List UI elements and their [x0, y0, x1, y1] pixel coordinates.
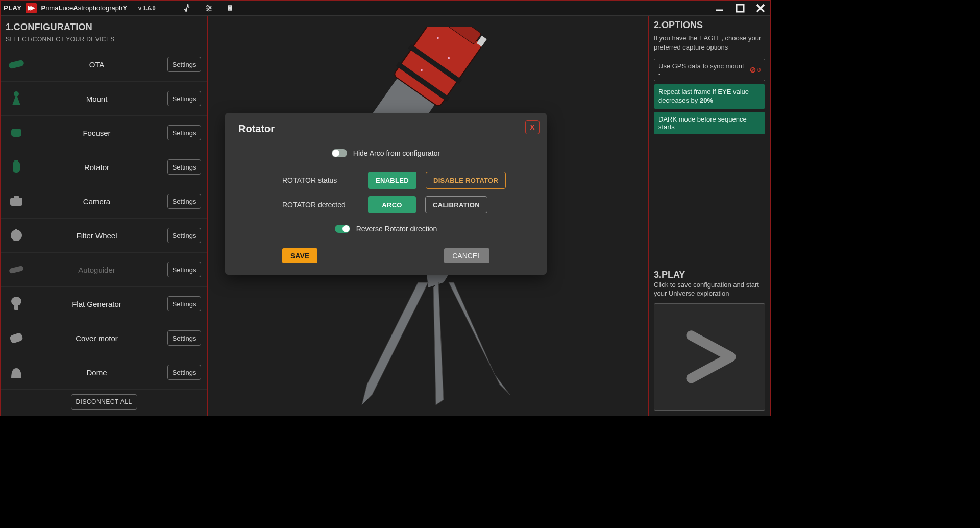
disconnect-all-button[interactable]: DISCONNECT ALL [71, 394, 137, 410]
reverse-direction-toggle[interactable] [335, 225, 350, 233]
app-window: PLAY PrimaLuceAstrophotographY v 1.6.0 [0, 0, 771, 416]
device-label: Camera [26, 197, 167, 206]
device-row-autoguider: AutoguiderSettings [1, 253, 207, 287]
device-label: Autoguider [26, 266, 167, 274]
settings-button-dome[interactable]: Settings [167, 365, 201, 380]
device-label: Mount [26, 94, 167, 103]
settings-button-rotator[interactable]: Settings [167, 159, 201, 175]
play-icon [679, 326, 740, 388]
sidebar: 1.CONFIGURATION SELECT/CONNECT YOUR DEVI… [1, 16, 208, 416]
svg-point-2 [209, 7, 210, 9]
options-desc: If you have the EAGLE, choose your prefe… [654, 34, 765, 52]
repeat-frame-button[interactable]: Repeat last frame if EYE value decreases… [654, 84, 765, 109]
titlebar-tools [181, 2, 236, 14]
svg-rect-10 [13, 161, 20, 173]
device-row-rotator: RotatorSettings [1, 150, 207, 184]
right-panel: 2.OPTIONS If you have the EAGLE, choose … [649, 16, 770, 416]
device-row-flat: Flat GeneratorSettings [1, 287, 207, 321]
settings-button-flat[interactable]: Settings [167, 296, 201, 311]
disable-rotator-button[interactable]: DISABLE ROTATOR [426, 172, 506, 189]
reverse-row: Reverse Rotator direction [238, 225, 533, 233]
modal-actions: SAVE CANCEL [238, 248, 533, 263]
rotator-modal: X Rotator Hide Arco from configurator RO… [225, 113, 547, 275]
app-logo-icon [26, 3, 37, 13]
hide-arco-toggle[interactable] [332, 149, 347, 157]
device-label: Dome [26, 368, 167, 377]
settings-button-camera[interactable]: Settings [167, 194, 201, 209]
device-label: OTA [26, 60, 167, 69]
cover-icon [7, 328, 26, 348]
title-bar: PLAY PrimaLuceAstrophotographY v 1.6.0 [1, 1, 770, 16]
calibration-button[interactable]: CALIBRATION [425, 196, 487, 213]
sidebar-subtitle: SELECT/CONNECT YOUR DEVICES [1, 34, 207, 47]
svg-point-1 [207, 5, 208, 7]
ota-icon [7, 55, 26, 74]
svg-rect-11 [14, 160, 18, 162]
svg-rect-7 [8, 60, 24, 69]
play-section: 3.PLAY Click to save configuration and s… [654, 269, 765, 411]
focuser-icon [7, 123, 26, 142]
options-title: 2.OPTIONS [654, 19, 765, 31]
close-button[interactable] [754, 2, 767, 15]
autoguider-icon [7, 260, 26, 279]
device-row-mount: MountSettings [1, 82, 207, 116]
dark-mode-button[interactable]: DARK mode before sequence starts [654, 112, 765, 134]
hide-arco-label: Hide Arco from configurator [353, 149, 440, 157]
dark-mode-label: DARK mode before sequence starts [658, 115, 761, 131]
settings-button-filter[interactable]: Settings [167, 228, 201, 243]
settings-button-focuser[interactable]: Settings [167, 125, 201, 140]
notes-icon[interactable] [224, 2, 236, 14]
device-label: Flat Generator [26, 300, 167, 308]
sliders-icon[interactable] [203, 2, 215, 14]
rotator-detected-row: ROTATOR detected ARCO CALIBRATION [238, 196, 533, 213]
svg-rect-15 [15, 229, 17, 233]
modal-title: Rotator [238, 123, 533, 135]
cancel-button[interactable]: CANCEL [444, 248, 489, 263]
device-label: Cover motor [26, 334, 167, 343]
app-version: v 1.6.0 [138, 5, 156, 11]
device-row-dome: DomeSettings [1, 355, 207, 390]
svg-rect-16 [9, 266, 24, 274]
rotator-status-row: ROTATOR status ENABLED DISABLE ROTATOR [238, 172, 533, 189]
modal-close-button[interactable]: X [525, 120, 540, 134]
play-button[interactable] [654, 303, 765, 411]
dome-icon [7, 363, 26, 382]
svg-rect-18 [14, 304, 18, 310]
repeat-frame-value: 20% [700, 97, 713, 104]
camera-icon [7, 191, 26, 211]
play-label: PLAY [4, 4, 21, 12]
walker-icon[interactable] [181, 2, 193, 14]
rotator-detected-value: ARCO [368, 196, 416, 213]
svg-rect-6 [737, 5, 744, 12]
svg-rect-13 [14, 196, 19, 199]
device-row-focuser: FocuserSettings [1, 116, 207, 150]
device-list: OTASettingsMountSettingsFocuserSettingsR… [1, 47, 207, 390]
device-row-filter: Filter WheelSettings [1, 219, 207, 253]
device-row-ota: OTASettings [1, 47, 207, 82]
hide-arco-row: Hide Arco from configurator [238, 149, 533, 157]
minimize-button[interactable] [713, 2, 726, 15]
rotator-detected-label: ROTATOR detected [282, 201, 359, 209]
gps-status-icon: 0 [749, 66, 761, 74]
rotator-status-value: ENABLED [368, 172, 416, 189]
brand-name: PrimaLuceAstrophotographY [41, 4, 127, 12]
svg-rect-19 [9, 332, 23, 344]
gps-sync-label: Use GPS data to sync mount - [658, 62, 746, 78]
maximize-button[interactable] [733, 2, 747, 15]
rotator-icon [7, 157, 26, 177]
settings-button-ota[interactable]: Settings [167, 57, 201, 72]
play-desc: Click to save configuration and start yo… [654, 280, 765, 298]
device-label: Rotator [26, 163, 167, 172]
svg-rect-12 [10, 198, 22, 206]
settings-button-mount[interactable]: Settings [167, 91, 201, 106]
play-title: 3.PLAY [654, 269, 765, 280]
device-label: Focuser [26, 129, 167, 137]
titlebar-left: PLAY PrimaLuceAstrophotographY v 1.6.0 [4, 3, 156, 13]
svg-point-8 [14, 91, 19, 97]
save-button[interactable]: SAVE [282, 248, 317, 263]
gps-sync-button[interactable]: Use GPS data to sync mount - 0 [654, 59, 765, 81]
settings-button-cover[interactable]: Settings [167, 330, 201, 346]
filter-icon [7, 226, 26, 245]
settings-button-autoguider[interactable]: Settings [167, 262, 201, 277]
rotator-status-label: ROTATOR status [282, 176, 359, 184]
